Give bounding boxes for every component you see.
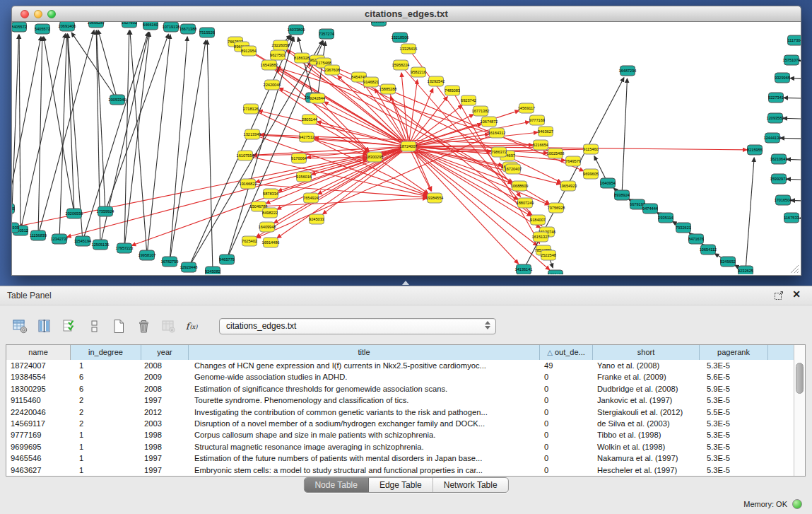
- table-cell: 49: [540, 360, 593, 371]
- svg-text:9170064: 9170064: [291, 156, 307, 160]
- svg-text:9582216: 9582216: [411, 70, 426, 74]
- table-cell: 9777169: [6, 429, 71, 440]
- svg-text:7515526: 7515526: [199, 30, 215, 35]
- table-cell: 6: [71, 371, 141, 382]
- svg-text:17016504: 17016504: [775, 198, 792, 202]
- close-button[interactable]: [20, 10, 29, 18]
- svg-text:9242844: 9242844: [310, 96, 325, 100]
- memory-indicator-dot: [792, 499, 802, 509]
- svg-text:8215955: 8215955: [747, 148, 763, 152]
- tab-node-table[interactable]: Node Table: [304, 478, 369, 492]
- table-row[interactable]: 1456911722003Disruption of a novel membe…: [6, 418, 794, 429]
- table-cell: 0: [540, 452, 593, 464]
- column-header-title[interactable]: title: [189, 345, 540, 360]
- table-row[interactable]: 1938455462009Genome-wide association stu…: [6, 371, 794, 382]
- svg-text:7649579: 7649579: [565, 159, 581, 163]
- window-resize-grip[interactable]: [789, 264, 799, 274]
- table-cell: Genome-wide association studies in ADHD.: [189, 371, 540, 382]
- svg-text:9232625: 9232625: [738, 269, 753, 273]
- table-cell: 1: [71, 452, 141, 464]
- table-cell: 18724007: [6, 360, 71, 371]
- split-pane-handle[interactable]: [402, 281, 409, 285]
- table-cell: 9463627: [6, 465, 71, 476]
- table-row[interactable]: 911546021997Tourette syndrome. Phenomeno…: [6, 395, 794, 406]
- table-cell: Nakamura et al. (1997): [593, 452, 700, 464]
- network-window-titlebar[interactable]: citations_edges.txt: [11, 6, 801, 22]
- memory-status[interactable]: Memory: OK: [743, 499, 802, 509]
- tab-network-table[interactable]: Network Table: [433, 478, 508, 492]
- svg-text:11156839: 11156839: [30, 233, 47, 238]
- table-cell: 1997: [141, 465, 189, 476]
- svg-text:12093582: 12093582: [767, 116, 784, 120]
- table-cell: 22420046: [6, 407, 71, 418]
- scrollbar-thumb[interactable]: [796, 363, 804, 394]
- svg-text:16210643: 16210643: [770, 157, 788, 161]
- table-cell: Investigating the contribution of common…: [189, 407, 540, 418]
- zoom-button[interactable]: [47, 10, 56, 18]
- table-cell: Stergiakouli et al. (2012): [593, 407, 700, 418]
- column-header-year[interactable]: year: [141, 345, 189, 360]
- column-header-short[interactable]: short: [593, 345, 700, 360]
- table-cell: 0: [540, 395, 593, 406]
- table-row[interactable]: 946554611997Estimation of the future num…: [6, 452, 794, 464]
- table-cell: 2: [71, 407, 141, 418]
- table-cell: 5.3E-5: [700, 452, 768, 464]
- table-cell: 5.3E-5: [700, 395, 768, 406]
- network-window[interactable]: citations_edges.txt 84055725405572206914…: [11, 6, 801, 276]
- close-panel-icon[interactable]: ✕: [792, 288, 801, 300]
- table-cell: 5.3E-5: [700, 429, 768, 440]
- svg-text:1527602: 1527602: [122, 22, 137, 25]
- svg-text:8498222: 8498222: [262, 211, 278, 215]
- column-header-pagerank[interactable]: pagerank: [700, 345, 768, 360]
- svg-text:12444134: 12444134: [764, 136, 782, 140]
- network-canvas[interactable]: 8405572540557220691406106552871527602646…: [12, 22, 801, 274]
- select-all-columns-icon[interactable]: [61, 317, 78, 334]
- delete-table-icon-disabled: [160, 317, 177, 334]
- svg-text:7485083: 7485083: [445, 88, 460, 93]
- table-cell: 1: [71, 429, 141, 440]
- column-header-in-degree[interactable]: in_degree: [71, 345, 141, 360]
- svg-text:8912954: 8912954: [241, 49, 257, 53]
- table-selector-dropdown[interactable]: citations_edges.txt: [219, 318, 496, 334]
- network-view[interactable]: 8405572540557220691406106552871527602646…: [11, 22, 801, 276]
- tab-edge-table[interactable]: Edge Table: [369, 478, 433, 492]
- table-cell: 2003: [141, 418, 189, 429]
- svg-text:17359924: 17359924: [97, 209, 114, 214]
- svg-text:8938924: 8938924: [614, 193, 630, 197]
- function-builder-icon[interactable]: f (x): [184, 317, 201, 334]
- svg-text:5878334: 5878334: [263, 192, 278, 196]
- svg-text:19654923: 19654923: [560, 184, 577, 188]
- row-pair-icon[interactable]: [86, 317, 102, 334]
- table-cell: 2008: [141, 383, 189, 395]
- table-settings-icon[interactable]: [11, 317, 28, 334]
- svg-text:2718126: 2718126: [243, 107, 259, 111]
- svg-text:15218506: 15218506: [392, 35, 409, 40]
- table-row[interactable]: 977716911998Corpus callosum shape and si…: [6, 429, 794, 440]
- float-panel-icon[interactable]: [774, 291, 784, 300]
- table-row[interactable]: 969969511998Structural magnetic resonanc…: [6, 441, 794, 452]
- table-row[interactable]: 1872400712008Changes of HCN gene express…: [6, 360, 794, 371]
- table-cell: 9699695: [6, 441, 71, 452]
- table-cell: Wolkin et al. (1998): [593, 441, 700, 452]
- svg-text:12505135: 12505135: [92, 243, 110, 247]
- table-row[interactable]: 1830029562008Estimation of significance …: [6, 383, 794, 395]
- delete-trash-icon[interactable]: [135, 317, 152, 334]
- svg-text:13292542: 13292542: [428, 79, 445, 83]
- show-columns-icon[interactable]: [36, 317, 53, 334]
- svg-text:14136141: 14136141: [515, 267, 533, 271]
- table-cell: 1: [71, 465, 141, 476]
- table-cell: 9115460: [6, 395, 71, 406]
- new-table-icon[interactable]: [110, 317, 127, 334]
- table-row[interactable]: 946362711997Embryonic stem cells: a mode…: [6, 465, 794, 476]
- svg-text:20206556: 20206556: [66, 211, 83, 216]
- column-header-name[interactable]: name: [6, 345, 71, 360]
- svg-text:79756928: 79756928: [548, 206, 565, 210]
- svg-text:16151327: 16151327: [532, 235, 550, 239]
- table-row[interactable]: 2242004622012Investigating the contribut…: [6, 407, 794, 418]
- table-cell: 5.3E-5: [700, 418, 768, 429]
- minimize-button[interactable]: [34, 10, 42, 18]
- table-scrollbar[interactable]: [794, 345, 805, 476]
- table-header-row: namein_degreeyeartitle△out_de...shortpag…: [6, 345, 805, 361]
- table-cell: Tibbo et al. (1998): [593, 429, 700, 440]
- column-header-out-de-[interactable]: △out_de...: [540, 345, 593, 360]
